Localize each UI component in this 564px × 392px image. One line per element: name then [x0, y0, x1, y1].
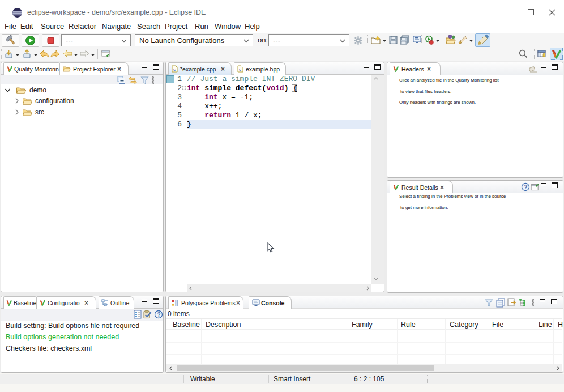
svg-text:?: ?	[157, 312, 161, 318]
svg-text:c: c	[239, 67, 241, 72]
svg-text:?: ?	[524, 184, 528, 190]
svg-text:c: c	[173, 67, 176, 72]
